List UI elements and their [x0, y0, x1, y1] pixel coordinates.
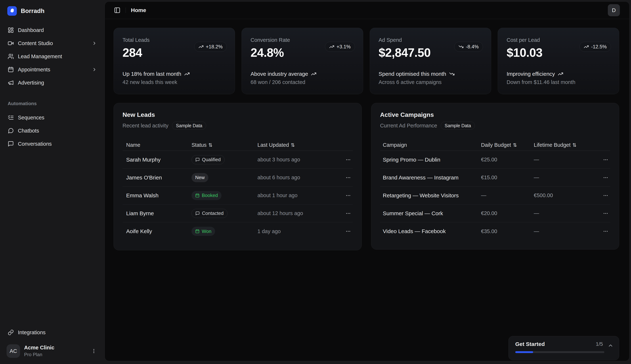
- sidebar-item-label: Advertising: [18, 80, 44, 86]
- column-header-lifetime-budget[interactable]: Lifetime Budget⇅: [534, 142, 596, 148]
- trend-badge-value: -12.5%: [591, 44, 607, 50]
- campaign-name: Spring Promo — Dublin: [380, 157, 481, 163]
- workspace-switcher[interactable]: AC Acme Clinic Pro Plan: [4, 342, 100, 358]
- lead-updated: about 12 hours ago: [258, 210, 338, 216]
- lead-name: Emma Walsh: [122, 192, 192, 198]
- trending-up-icon: [198, 44, 204, 49]
- lifetime-budget: —: [534, 228, 596, 234]
- sidebar-item-sequences[interactable]: Sequences: [4, 112, 100, 123]
- sidebar-item-content-studio[interactable]: Content Studio: [4, 38, 100, 49]
- list-checks-icon: [8, 114, 14, 121]
- workspace-name: Acme Clinic: [24, 345, 54, 351]
- sidebar-item-advertising[interactable]: Advertising: [4, 77, 100, 88]
- row-actions-icon[interactable]: [603, 157, 610, 162]
- stat-card-ad-spend: Ad Spend -8.4% $2,847.50 Spend optimised…: [370, 28, 491, 94]
- sidebar-item-label: Conversations: [18, 141, 52, 147]
- calendar-icon: [195, 193, 200, 198]
- sidebar-item-integrations[interactable]: Integrations: [4, 327, 100, 338]
- brand: Borradh: [4, 5, 100, 17]
- panel-title: Active Campaigns: [380, 111, 610, 118]
- row-actions-icon[interactable]: [603, 211, 610, 216]
- new-leads-panel: New Leads Recent lead activity Sample Da…: [114, 103, 362, 250]
- get-started-widget[interactable]: Get Started 1/5: [508, 336, 619, 360]
- sidebar: Borradh Dashboard Content Studio Lead Ma…: [0, 0, 104, 364]
- brand-logo-icon: [7, 6, 17, 16]
- table-row: Spring Promo — Dublin €25.00 —: [380, 151, 610, 169]
- lifetime-budget: —: [534, 157, 596, 163]
- row-actions-icon[interactable]: [346, 157, 353, 162]
- chevron-up-icon[interactable]: [608, 343, 614, 348]
- calendar-icon: [8, 66, 14, 73]
- row-actions-icon[interactable]: [346, 211, 353, 216]
- get-started-progress-count: 1/5: [596, 341, 603, 347]
- stat-highlight: Above industry average: [250, 71, 355, 77]
- status-badge: Contacted: [192, 209, 228, 218]
- message-circle-icon: [8, 128, 14, 134]
- sidebar-item-label: Integrations: [18, 330, 46, 336]
- sort-icon: ⇅: [291, 142, 295, 148]
- sidebar-item-label: Content Studio: [18, 40, 53, 46]
- lead-updated: about 1 hour ago: [258, 192, 338, 198]
- sidebar-toggle-icon[interactable]: [113, 6, 122, 14]
- active-campaigns-panel: Active Campaigns Current Ad Performance …: [371, 103, 619, 250]
- trend-badge: +18.2%: [194, 42, 227, 52]
- table-row: Brand Awareness — Instagram €15.00 —: [380, 169, 610, 186]
- brand-name: Borradh: [21, 8, 44, 14]
- campaigns-table: Campaign Daily Budget⇅ Lifetime Budget⇅ …: [380, 140, 610, 240]
- message-square-icon: [195, 158, 200, 162]
- row-actions-icon[interactable]: [603, 228, 610, 234]
- status-badge: Booked: [192, 191, 222, 200]
- row-actions-icon[interactable]: [603, 193, 610, 198]
- automations-section-label: Automations: [8, 101, 100, 106]
- stat-highlight-text: Above industry average: [250, 71, 308, 77]
- row-actions-icon[interactable]: [603, 175, 610, 180]
- lead-name: James O'Brien: [122, 174, 192, 181]
- column-header-daily-budget[interactable]: Daily Budget⇅: [481, 142, 534, 148]
- sidebar-item-lead-management[interactable]: Lead Management: [4, 51, 100, 62]
- workspace-meta: Acme Clinic Pro Plan: [24, 345, 54, 358]
- trend-badge-value: +3.1%: [336, 44, 350, 50]
- table-row: Retargeting — Website Visitors — €500.00: [380, 186, 610, 204]
- row-actions-icon[interactable]: [346, 228, 353, 234]
- sidebar-item-chatbots[interactable]: Chatbots: [4, 125, 100, 136]
- stat-highlight-text: Improving efficiency: [507, 71, 555, 77]
- sidebar-item-label: Chatbots: [18, 128, 39, 134]
- column-header-status[interactable]: Status⇅: [192, 142, 258, 148]
- column-header-last-updated[interactable]: Last Updated⇅: [258, 142, 338, 148]
- trending-up-icon: [584, 44, 589, 49]
- panel-subtitle-row: Current Ad Performance Sample Data: [380, 122, 610, 130]
- daily-budget: €35.00: [481, 228, 534, 234]
- stat-highlight-text: Up 18% from last month: [122, 71, 181, 77]
- trending-down-icon: [458, 44, 464, 49]
- workspace-plan: Pro Plan: [24, 352, 54, 358]
- get-started-label: Get Started: [515, 341, 545, 347]
- stat-highlight: Up 18% from last month: [122, 71, 227, 77]
- user-avatar[interactable]: D: [608, 4, 620, 16]
- campaign-name: Retargeting — Website Visitors: [380, 192, 481, 198]
- progress-bar: [515, 351, 604, 353]
- dashboard-content: Total Leads +18.2% 284 Up 18% from last …: [105, 19, 629, 250]
- table-row: Aoife Kelly Won 1 day ago: [122, 222, 353, 240]
- panel-title: New Leads: [122, 111, 353, 118]
- sidebar-item-label: Sequences: [18, 115, 44, 121]
- campaign-name: Brand Awareness — Instagram: [380, 174, 481, 181]
- sidebar-item-conversations[interactable]: Conversations: [4, 138, 100, 150]
- topbar-separator: [126, 8, 126, 13]
- table-row: Summer Special — Cork €20.00 —: [380, 204, 610, 222]
- page-title: Home: [131, 7, 146, 13]
- sidebar-item-label: Lead Management: [18, 54, 62, 60]
- daily-budget: —: [481, 192, 534, 198]
- lifetime-budget: €500.00: [534, 192, 596, 198]
- workspace-avatar: AC: [6, 344, 20, 358]
- sidebar-item-dashboard[interactable]: Dashboard: [4, 24, 100, 36]
- sidebar-item-appointments[interactable]: Appointments: [4, 64, 100, 75]
- stat-subtext: 68 won / 206 contacted: [250, 79, 355, 85]
- kebab-menu-icon[interactable]: [90, 347, 98, 355]
- row-actions-icon[interactable]: [346, 193, 353, 198]
- leads-table: Name Status⇅ Last Updated⇅ Sarah Murphy …: [122, 140, 353, 240]
- stat-subtext: Down from $11.46 last month: [507, 79, 611, 85]
- primary-nav: Dashboard Content Studio Lead Management…: [4, 24, 100, 150]
- sort-icon: ⇅: [208, 142, 212, 148]
- row-actions-icon[interactable]: [346, 175, 353, 180]
- status-badge: Qualified: [192, 155, 224, 164]
